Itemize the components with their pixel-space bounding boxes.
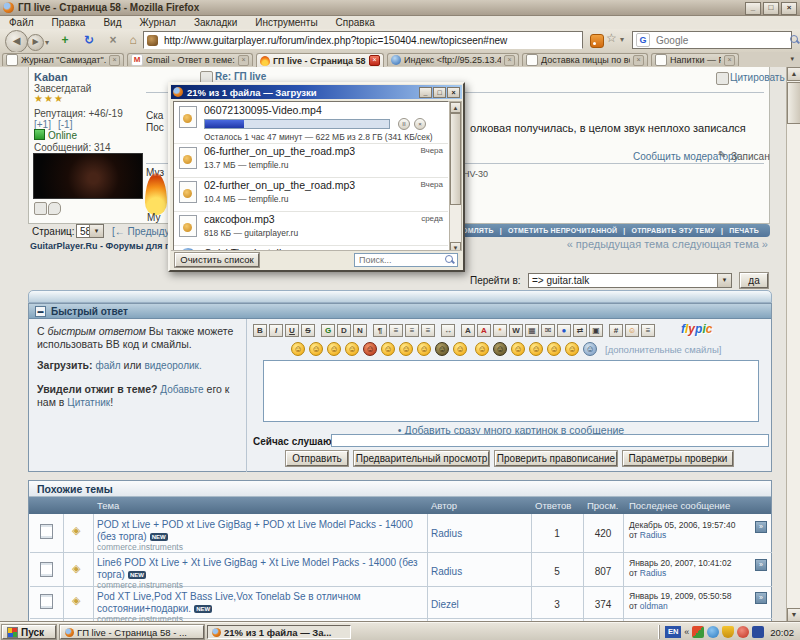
- bookmark-dropdown-icon[interactable]: ▾: [620, 35, 624, 44]
- last-author-link[interactable]: Radius: [640, 530, 666, 540]
- menu-help[interactable]: Справка: [327, 17, 384, 28]
- tab-close-icon[interactable]: ×: [633, 55, 644, 66]
- menu-edit[interactable]: Правка: [43, 17, 95, 28]
- quote-icon[interactable]: [716, 72, 729, 85]
- cancel-icon[interactable]: ×: [414, 118, 426, 130]
- goto-last-icon[interactable]: »: [755, 521, 767, 533]
- language-indicator[interactable]: EN: [665, 626, 681, 638]
- smiley-icon[interactable]: ☺: [327, 342, 341, 356]
- back-button[interactable]: ◀: [5, 30, 28, 53]
- link-button[interactable]: ●: [557, 324, 571, 337]
- url-input[interactable]: [162, 34, 579, 47]
- downloads-window[interactable]: 21% из 1 файла — Загрузки _ □ × 06072130…: [168, 82, 465, 272]
- mark-unread-action[interactable]: ОТМЕТИТЬ НЕПРОЧИТАННОЙ: [508, 227, 617, 234]
- strike-button[interactable]: S: [301, 324, 315, 337]
- more-smileys-link[interactable]: [дополнительные смайлы]: [605, 344, 721, 355]
- message-icon[interactable]: [48, 202, 61, 215]
- search-bar[interactable]: G: [632, 31, 792, 49]
- smiley-icon[interactable]: ☺: [417, 342, 431, 356]
- close-button[interactable]: ×: [447, 87, 460, 98]
- tab-pizza[interactable]: Доставка пиццы по всей Мо... ×: [522, 53, 648, 66]
- scroll-up-icon[interactable]: ▲: [787, 67, 800, 81]
- close-button[interactable]: ×: [781, 2, 797, 15]
- author-link[interactable]: Diezel: [431, 599, 459, 610]
- address-bar[interactable]: [143, 31, 583, 49]
- downloads-titlebar[interactable]: 21% из 1 файла — Загрузки _ □ ×: [171, 85, 462, 99]
- page-scrollbar[interactable]: ▲ ▼: [786, 67, 800, 622]
- send-topic-action[interactable]: ОТПРАВИТЬ ЭТУ ТЕМУ: [631, 227, 715, 234]
- chevron-down-icon[interactable]: ▾: [717, 274, 731, 287]
- scroll-down-icon[interactable]: ▼: [787, 608, 800, 622]
- smiley-icon[interactable]: ☺: [309, 342, 323, 356]
- clear-list-button[interactable]: Очистить список: [175, 253, 259, 267]
- jump-select[interactable]: => guitar.talk ▾: [528, 273, 732, 288]
- chevron-down-icon[interactable]: ▾: [89, 225, 103, 237]
- email-button[interactable]: ✉: [541, 324, 555, 337]
- image-button[interactable]: ▦: [525, 324, 539, 337]
- menu-tools[interactable]: Инструменты: [246, 17, 326, 28]
- smiley-icon[interactable]: ☺: [291, 342, 305, 356]
- smiley-evil-icon[interactable]: ☺: [493, 342, 507, 356]
- search-input[interactable]: [654, 34, 790, 47]
- italic-button[interactable]: I: [269, 324, 283, 337]
- minimize-button[interactable]: _: [745, 2, 761, 15]
- video-link[interactable]: видеоролик.: [144, 360, 201, 371]
- align-left-button[interactable]: ≡: [389, 324, 403, 337]
- home-icon[interactable]: ⌂: [124, 32, 142, 49]
- collapse-icon[interactable]: ▬: [35, 306, 46, 317]
- tab-close-icon[interactable]: ×: [369, 55, 380, 66]
- rss-icon[interactable]: [590, 34, 604, 48]
- underline-button[interactable]: U: [285, 324, 299, 337]
- download-item[interactable]: 06-further_on_up_the_road.mp3 13.7 МБ — …: [174, 143, 448, 178]
- downloads-scrollbar[interactable]: ▲ ▼: [449, 101, 462, 254]
- tab-close-icon[interactable]: ×: [109, 55, 120, 66]
- listening-input[interactable]: [331, 434, 769, 447]
- scrollbar-thumb[interactable]: [787, 82, 800, 124]
- board-link[interactable]: commerce.instruments: [97, 580, 423, 590]
- author-link[interactable]: Radius: [431, 566, 462, 577]
- font-color-button[interactable]: A: [477, 324, 491, 337]
- ftp-button[interactable]: ⇄: [573, 324, 587, 337]
- smiley-cool-icon[interactable]: ☺: [435, 342, 449, 356]
- goto-last-icon[interactable]: »: [755, 559, 767, 571]
- tab-papajohns[interactable]: Напитки — Papa John's ×: [651, 53, 739, 66]
- submit-button[interactable]: Отправить: [286, 451, 348, 466]
- scroll-up-icon[interactable]: ▲: [450, 102, 461, 113]
- tab-close-icon[interactable]: ×: [238, 55, 249, 66]
- search-icon[interactable]: [445, 255, 455, 265]
- smiley-icon[interactable]: ☺: [529, 342, 543, 356]
- tab-gp-live[interactable]: ГП live - Страница 58 ×: [256, 53, 384, 67]
- tray-shield-icon[interactable]: [722, 626, 734, 638]
- downloads-search-input[interactable]: [357, 254, 445, 266]
- tab-gmail[interactable]: M Gmail - Ответ в теме: ГП live... ×: [127, 53, 253, 66]
- font-size-button[interactable]: A: [461, 324, 475, 337]
- topic-link[interactable]: Pod XT Live,Pod XT Bass Live,Vox Tonelab…: [97, 591, 361, 614]
- goto-last-icon[interactable]: »: [755, 592, 767, 604]
- downloads-search-box[interactable]: [354, 253, 458, 267]
- reply-textarea[interactable]: [263, 360, 759, 422]
- smiley-icon[interactable]: ☺: [511, 342, 525, 356]
- add-quote-link[interactable]: Добавьте: [160, 384, 203, 395]
- menu-view[interactable]: Вид: [94, 17, 130, 28]
- last-author-link[interactable]: Radius: [640, 568, 666, 578]
- download-item[interactable]: 06072130095-Video.mp4 II × Осталось 1 ча…: [174, 102, 448, 144]
- google-icon[interactable]: G: [636, 33, 650, 47]
- scrollbar-thumb[interactable]: [450, 113, 461, 205]
- search-icon[interactable]: [790, 35, 800, 45]
- pause-icon[interactable]: II: [398, 118, 410, 130]
- align-right-button[interactable]: ≡: [421, 324, 435, 337]
- smiley-icon[interactable]: ☺: [345, 342, 359, 356]
- post-subject[interactable]: Re: ГП live: [215, 71, 266, 82]
- topic-link[interactable]: POD xt Live + POD xt Live GigBag + POD x…: [97, 519, 413, 542]
- start-button[interactable]: Пуск: [2, 625, 56, 639]
- author-link[interactable]: Radius: [431, 528, 462, 539]
- flypic-logo[interactable]: flypic: [681, 322, 712, 336]
- spellcheck-button[interactable]: Проверить правописание: [495, 451, 617, 466]
- smiley-angry-icon[interactable]: ☺: [363, 342, 377, 356]
- table-button[interactable]: ▣: [589, 324, 603, 337]
- smiley-icon[interactable]: ☺: [565, 342, 579, 356]
- file-link[interactable]: файл: [95, 360, 120, 371]
- preformat-button[interactable]: ¶: [373, 324, 387, 337]
- marquee-button[interactable]: N: [353, 324, 367, 337]
- minimize-button[interactable]: _: [419, 87, 432, 98]
